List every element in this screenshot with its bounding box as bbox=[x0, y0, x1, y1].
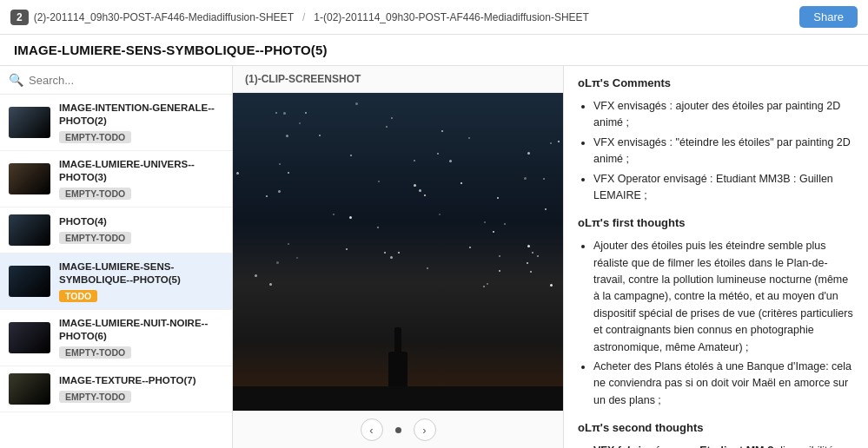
star-decoration bbox=[288, 172, 289, 174]
top-nav: 2 (2)-201114_09h30-POST-AF446-Mediadiffu… bbox=[0, 0, 868, 35]
clip-nav-dot bbox=[395, 427, 401, 433]
sidebar-item-info: PHOTO(4)EMPTY-TODO bbox=[59, 215, 223, 244]
star-decoration bbox=[319, 135, 321, 136]
sidebar-item-title: IMAGE-TEXTURE--PHOTO(7) bbox=[59, 374, 223, 387]
star-decoration bbox=[483, 286, 485, 287]
star-decoration bbox=[461, 182, 462, 184]
sidebar-item[interactable]: IMAGE-LUMIERE-UNIVERS--PHOTO(3)EMPTY-TOD… bbox=[0, 151, 232, 208]
star-decoration bbox=[550, 142, 552, 144]
star-decoration bbox=[390, 256, 393, 259]
star-decoration bbox=[414, 160, 415, 161]
sidebar-item-info: IMAGE-LUMIERE-UNIVERS--PHOTO(3)EMPTY-TOD… bbox=[59, 158, 223, 200]
breadcrumb-link-1[interactable]: (2)-201114_09h30-POST-AF446-Mediadiffusi… bbox=[34, 11, 294, 23]
comments-title: oLπ's Comments bbox=[578, 76, 854, 89]
star-decoration bbox=[349, 216, 352, 219]
star-decoration bbox=[532, 252, 533, 254]
sidebar-item-title: IMAGE-LUMIERE-NUIT-NOIRE--PHOTO(6) bbox=[59, 317, 223, 343]
star-decoration bbox=[497, 197, 499, 199]
sidebar-item[interactable]: IMAGE-LUMIERE-NUIT-NOIRE--PHOTO(6)EMPTY-… bbox=[0, 310, 232, 366]
prev-clip-button[interactable]: ‹ bbox=[361, 418, 383, 441]
search-bar: 🔍 bbox=[0, 66, 232, 95]
sidebar-thumbnail bbox=[9, 373, 50, 405]
list-item: Ajouter des étoiles puis les éteindre se… bbox=[593, 238, 854, 356]
star-decoration bbox=[346, 248, 348, 250]
star-decoration bbox=[468, 137, 470, 139]
page-title: IMAGE-LUMIERE-SENS-SYMBOLIQUE--PHOTO(5) bbox=[14, 43, 328, 57]
star-decoration bbox=[530, 271, 532, 273]
sidebar-item[interactable]: PHOTO(4)EMPTY-TODO bbox=[0, 208, 232, 254]
comments-list: VFX envisagés : ajouter des étoiles par … bbox=[578, 98, 854, 204]
star-decoration bbox=[278, 190, 281, 193]
star-decoration bbox=[276, 261, 279, 264]
star-decoration bbox=[439, 214, 441, 215]
sidebar-item-badge: EMPTY-TODO bbox=[59, 346, 131, 359]
main-content: 🔍 IMAGE-INTENTION-GENERALE--PHOTO(2)EMPT… bbox=[0, 66, 868, 448]
star-decoration bbox=[437, 153, 439, 155]
star-decoration bbox=[427, 267, 428, 269]
center-panel: (1)-CLIP-SCREENSHOT ‹ › bbox=[233, 66, 564, 448]
sidebar: 🔍 IMAGE-INTENTION-GENERALE--PHOTO(2)EMPT… bbox=[0, 66, 233, 448]
sidebar-item-badge: EMPTY-TODO bbox=[59, 391, 131, 403]
sidebar-item-title: IMAGE-LUMIERE-UNIVERS--PHOTO(3) bbox=[59, 158, 223, 184]
star-decoration bbox=[296, 257, 298, 259]
star-decoration bbox=[419, 189, 421, 192]
star-decoration bbox=[487, 283, 488, 285]
sidebar-item-badge: EMPTY-TODO bbox=[59, 131, 131, 143]
clip-nav: ‹ › bbox=[233, 411, 563, 448]
first-thoughts-title: oLπ's first thoughts bbox=[578, 216, 854, 229]
star-decoration bbox=[424, 194, 426, 196]
list-item: Acheter des Plans étolés à une Banque d'… bbox=[593, 359, 854, 409]
sidebar-item-badge: EMPTY-TODO bbox=[59, 188, 131, 200]
breadcrumb-link-2[interactable]: 1-(02)-201114_09h30-POST-AF446-Mediadiff… bbox=[314, 11, 589, 23]
star-decoration bbox=[441, 130, 443, 132]
star-decoration bbox=[484, 221, 486, 223]
star-decoration bbox=[255, 274, 257, 277]
star-decoration bbox=[449, 160, 452, 162]
sidebar-thumbnail bbox=[9, 322, 50, 353]
clip-image-area bbox=[233, 93, 563, 411]
star-decoration bbox=[305, 112, 307, 114]
search-input[interactable] bbox=[29, 74, 223, 87]
star-decoration bbox=[333, 214, 335, 215]
breadcrumb-badge: 2 bbox=[10, 10, 29, 25]
sidebar-item[interactable]: IMAGE-INTENTION-GENERALE--PHOTO(2)EMPTY-… bbox=[0, 95, 232, 151]
star-decoration bbox=[384, 252, 386, 254]
star-decoration bbox=[545, 208, 547, 210]
list-item: VFX envisagés : ajouter des étoiles par … bbox=[593, 98, 854, 132]
star-decoration bbox=[266, 195, 268, 197]
star-decoration bbox=[527, 245, 530, 247]
star-decoration bbox=[275, 112, 277, 114]
breadcrumb-separator: / bbox=[302, 11, 305, 23]
second-thoughts-list: VFX fabriqué par un Etudiant MM ? dispon… bbox=[578, 443, 854, 448]
sidebar-thumbnail bbox=[9, 214, 50, 246]
sidebar-item[interactable]: IMAGE-LUMIERE-SENS-SYMBOLIQUE--PHOTO(5)T… bbox=[0, 254, 232, 310]
share-button[interactable]: Share bbox=[799, 6, 858, 28]
star-decoration bbox=[504, 223, 506, 225]
star-decoration bbox=[558, 141, 560, 142]
list-item: VFX fabriqué par un Etudiant MM ? dispon… bbox=[593, 443, 854, 448]
sidebar-item[interactable]: IMAGE-TEXTURE--PHOTO(7)EMPTY-TODO bbox=[0, 366, 232, 412]
star-decoration bbox=[537, 255, 539, 257]
star-decoration bbox=[499, 270, 500, 272]
list-item: VFX envisagés : "éteindre les étoiles" p… bbox=[593, 135, 854, 168]
star-decoration bbox=[283, 112, 286, 115]
clip-placeholder bbox=[233, 93, 563, 411]
first-thoughts-list: Ajouter des étoiles puis les éteindre se… bbox=[578, 238, 854, 409]
right-panel: oLπ's Comments VFX envisagés : ajouter d… bbox=[564, 66, 868, 448]
sidebar-item-title: IMAGE-LUMIERE-SENS-SYMBOLIQUE--PHOTO(5) bbox=[59, 260, 223, 287]
next-clip-button[interactable]: › bbox=[414, 418, 436, 441]
star-decoration bbox=[378, 181, 380, 182]
sidebar-list: IMAGE-INTENTION-GENERALE--PHOTO(2)EMPTY-… bbox=[0, 95, 232, 448]
star-decoration bbox=[299, 122, 301, 124]
second-thoughts-title: oLπ's second thoughts bbox=[578, 421, 854, 434]
star-decoration bbox=[286, 135, 288, 137]
star-decoration bbox=[527, 152, 530, 155]
star-decoration bbox=[493, 231, 494, 233]
star-decoration bbox=[550, 284, 553, 287]
star-decoration bbox=[269, 283, 272, 286]
sidebar-item-badge: TODO bbox=[59, 290, 97, 302]
star-decoration bbox=[398, 252, 400, 254]
star-decoration bbox=[279, 163, 281, 165]
star-decoration bbox=[527, 262, 528, 264]
sidebar-thumbnail bbox=[9, 163, 50, 194]
